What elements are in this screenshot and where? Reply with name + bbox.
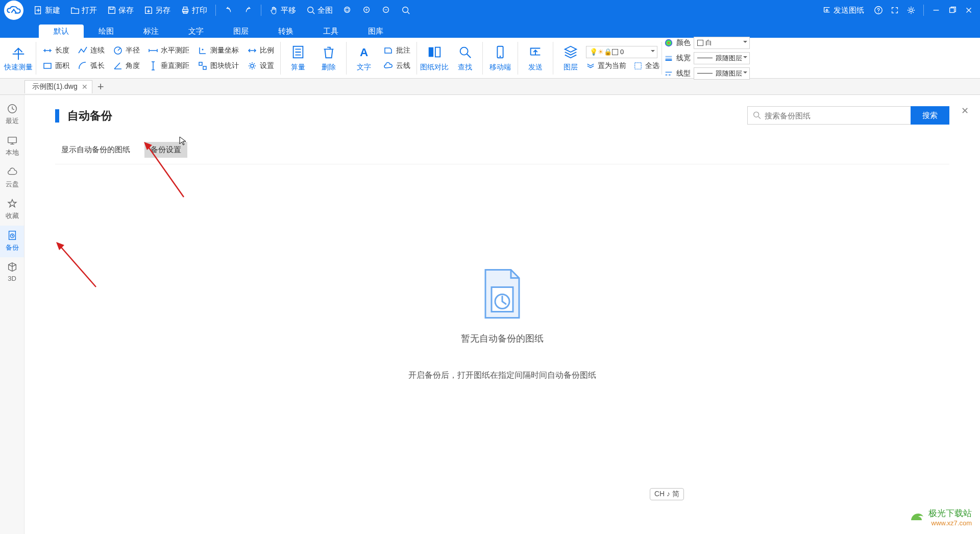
tab-text[interactable]: 文字 xyxy=(174,25,218,38)
separator xyxy=(215,5,216,16)
subtab-backup-settings[interactable]: 备份设置 xyxy=(144,142,187,158)
bulb-icon: 💡 xyxy=(590,48,598,56)
svg-rect-21 xyxy=(429,47,433,57)
cloud-button[interactable]: 云线 xyxy=(379,59,414,72)
search-button[interactable]: 搜索 xyxy=(911,106,949,125)
lineweight-dropdown[interactable]: 跟随图层 xyxy=(694,52,750,64)
watermark: 极光下载站 www.xz7.com xyxy=(908,507,972,527)
file-tabs: 示例图(1).dwg ✕ + xyxy=(0,79,980,95)
title-bar: 新建 打开 保存 另存 打印 平移 全图 发送图纸 xyxy=(0,0,980,20)
separator xyxy=(261,5,261,16)
tab-convert[interactable]: 转换 xyxy=(263,25,308,38)
hand-button[interactable]: 平移 xyxy=(264,0,301,20)
menu-tabs: 默认 绘图 标注 文字 图层 转换 工具 图库 xyxy=(0,20,980,38)
lineweight-icon xyxy=(664,54,673,63)
sidebar-item-favorites[interactable]: 收藏 xyxy=(0,194,24,226)
minimize-icon[interactable] xyxy=(929,3,943,17)
search-input-wrapper[interactable] xyxy=(747,106,911,125)
tab-layer[interactable]: 图层 xyxy=(218,25,263,38)
select-all-button[interactable]: 全选 xyxy=(629,61,659,70)
svg-rect-6 xyxy=(346,8,348,11)
tab-annotate[interactable]: 标注 xyxy=(129,25,174,38)
color-dropdown[interactable]: 白 xyxy=(694,37,750,49)
ime-indicator: CH ♪ 简 xyxy=(650,488,684,500)
mobile-button[interactable]: 移动端 xyxy=(485,40,516,77)
linetype-icon xyxy=(664,69,673,78)
save-button[interactable]: 保存 xyxy=(102,0,139,20)
settings-icon[interactable] xyxy=(904,3,918,17)
tab-library[interactable]: 图库 xyxy=(353,25,398,38)
annotate-button[interactable]: 批注 xyxy=(379,44,414,57)
print-button[interactable]: 打印 xyxy=(176,0,212,20)
calc-button[interactable]: 算量 xyxy=(283,40,313,77)
zoom-reset-button[interactable] xyxy=(396,0,415,20)
continuous-button[interactable]: 连续 xyxy=(74,44,109,57)
delete-button[interactable]: 删除 xyxy=(313,40,344,77)
svg-point-9 xyxy=(403,7,408,13)
scale-button[interactable]: 比例 xyxy=(243,44,278,57)
empty-state: 暂无自动备份的图纸 开启备份后，打开图纸在指定间隔时间自动备份图纸 xyxy=(408,266,596,381)
set-current-button[interactable]: 置为当前 xyxy=(586,61,626,70)
vdist-button[interactable]: 垂直测距 xyxy=(144,59,193,72)
lock-icon: 🔒 xyxy=(604,48,612,56)
zoom-out-button[interactable] xyxy=(377,0,396,20)
new-button[interactable]: 新建 xyxy=(29,0,65,20)
tab-draw[interactable]: 绘图 xyxy=(84,25,129,38)
settings-button[interactable]: 设置 xyxy=(243,59,278,72)
send-button[interactable]: 发送 xyxy=(520,40,551,77)
sidebar-item-backup[interactable]: 备份 xyxy=(0,226,24,257)
svg-rect-13 xyxy=(44,63,51,68)
svg-point-5 xyxy=(345,7,350,13)
svg-marker-36 xyxy=(56,242,64,250)
tab-default[interactable]: 默认 xyxy=(39,25,84,38)
close-icon[interactable]: ✕ xyxy=(82,83,88,91)
lineweight-label: 线宽 xyxy=(676,54,691,63)
compare-button[interactable]: 图纸对比 xyxy=(419,40,450,77)
close-icon[interactable] xyxy=(962,3,976,17)
send-drawing-button[interactable]: 发送图纸 xyxy=(817,6,869,15)
angle-button[interactable]: 角度 xyxy=(109,59,144,72)
zoom-window-button[interactable] xyxy=(338,0,357,20)
quick-measure-button[interactable]: 快速测量 xyxy=(3,40,34,77)
linetype-dropdown[interactable]: 跟随图层 xyxy=(694,67,750,80)
help-icon[interactable] xyxy=(871,3,886,17)
sidebar-item-local[interactable]: 本地 xyxy=(0,131,24,162)
ribbon: 快速测量 长度 面积 连续 弧长 半径 角度 水平测距 垂直测距 测量坐标 图块… xyxy=(0,38,980,79)
sidebar-item-cloud[interactable]: 云盘 xyxy=(0,162,24,194)
subtab-show-backups[interactable]: 显示自动备份的图纸 xyxy=(55,142,136,158)
text-button[interactable]: A文字 xyxy=(349,40,379,77)
svg-point-4 xyxy=(308,7,313,13)
open-button[interactable]: 打开 xyxy=(65,0,102,20)
search-input[interactable] xyxy=(765,111,905,120)
file-tab[interactable]: 示例图(1).dwg ✕ xyxy=(24,80,92,93)
tab-tools[interactable]: 工具 xyxy=(308,25,353,38)
zoom-in-button[interactable] xyxy=(357,0,377,20)
svg-rect-22 xyxy=(435,47,440,57)
annotation-arrow-1 xyxy=(55,241,101,292)
maximize-icon[interactable] xyxy=(945,3,960,17)
layer-dropdown[interactable]: 💡 ☀ 🔒 0 xyxy=(586,46,657,58)
hdist-button[interactable]: 水平测距 xyxy=(144,44,193,57)
arc-button[interactable]: 弧长 xyxy=(74,59,109,72)
radius-button[interactable]: 半径 xyxy=(109,44,144,57)
saveas-button[interactable]: 另存 xyxy=(139,0,176,20)
app-logo xyxy=(4,1,23,20)
close-page-icon[interactable]: ✕ xyxy=(961,105,969,116)
sidebar-item-3d[interactable]: 3D xyxy=(0,257,24,287)
coord-button[interactable]: 测量坐标 xyxy=(193,44,243,57)
svg-point-27 xyxy=(665,39,672,46)
empty-icon xyxy=(475,266,529,322)
blockstat-button[interactable]: 图块统计 xyxy=(193,59,243,72)
svg-rect-2 xyxy=(183,7,187,10)
layer-button[interactable]: 图层 xyxy=(555,40,586,77)
sidebar-item-recent[interactable]: 最近 xyxy=(0,99,24,131)
length-button[interactable]: 长度 xyxy=(38,44,74,57)
empty-subtitle: 开启备份后，打开图纸在指定间隔时间自动备份图纸 xyxy=(408,370,596,381)
fullscreen-icon[interactable] xyxy=(888,3,902,17)
fit-button[interactable]: 全图 xyxy=(301,0,338,20)
redo-button[interactable] xyxy=(238,0,258,20)
find-button[interactable]: 查找 xyxy=(450,40,480,77)
add-tab-button[interactable]: + xyxy=(97,80,104,93)
undo-button[interactable] xyxy=(219,0,238,20)
area-button[interactable]: 面积 xyxy=(38,59,74,72)
